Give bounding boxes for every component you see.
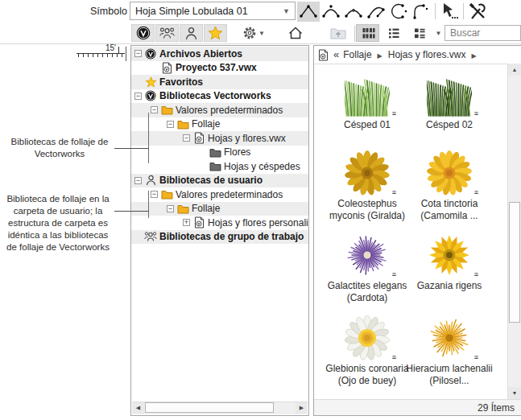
- horizontal-ruler: 15': [76, 45, 127, 61]
- resource-thumbnail[interactable]: ≡Galactites elegans (Cardota): [320, 236, 415, 303]
- folder-icon: [176, 203, 189, 215]
- tree-row[interactable]: −Archivos Abiertos: [131, 47, 308, 61]
- resource-thumbnail[interactable]: ≡Gazania rigens: [402, 236, 497, 292]
- annotation-vectorworks-libraries: Bibliotecas de follaje de Vectorworks: [5, 136, 114, 160]
- scroll-down-button[interactable]: ▼: [508, 387, 521, 399]
- tree-row[interactable]: −Valores predeterminados: [131, 187, 308, 202]
- star-icon: [208, 26, 223, 40]
- folder-icon: [160, 104, 173, 116]
- thumbnail-image: ≡: [427, 236, 472, 278]
- breadcrumb-item[interactable]: Follaje: [343, 49, 371, 60]
- folder-up-icon: [330, 27, 346, 39]
- expander-minus-icon[interactable]: −: [151, 191, 158, 198]
- home-button[interactable]: [283, 24, 307, 42]
- tree-row[interactable]: −Follaje: [131, 117, 308, 132]
- expander-minus-icon[interactable]: −: [183, 134, 190, 142]
- thumbnail-image: ≡: [345, 75, 390, 117]
- tree-row[interactable]: Favoritos: [131, 75, 308, 89]
- scrollbar-thumb[interactable]: [145, 402, 274, 413]
- thumbnail-image: ≡: [345, 154, 390, 196]
- preferences-cursor-icon[interactable]: [438, 2, 461, 22]
- vectorworks-libraries-button[interactable]: [131, 24, 155, 42]
- thumbnail-label: Hieracium lachenalii (Pilosel...: [402, 363, 497, 386]
- settings-button[interactable]: ▼: [238, 24, 269, 42]
- tree-row-label: Bibliotecas Vectorworks: [159, 90, 271, 101]
- grid-vertical-scrollbar[interactable]: ▲ ▼: [507, 64, 521, 399]
- tree-row[interactable]: Hojas y céspedes: [131, 159, 308, 174]
- list-view-icon: [387, 26, 401, 40]
- tree-row[interactable]: Flores: [131, 146, 308, 160]
- resource-thumbnail[interactable]: ≡Coleostephus myconis (Giralda): [320, 154, 415, 221]
- resource-thumbnail[interactable]: ≡Glebionis coronaria (Ojo de buey): [320, 319, 415, 386]
- tree-horizontal-scrollbar[interactable]: ◀ ▶: [132, 401, 308, 414]
- tree-row-label: Bibliotecas de grupo de trabajo: [159, 231, 304, 242]
- resource-thumbnail[interactable]: ≡Cota tinctoria (Camomila ...: [402, 154, 497, 221]
- tree-row[interactable]: Bibliotecas de grupo de trabajo: [131, 230, 308, 245]
- star-icon: [144, 76, 157, 88]
- expander-minus-icon[interactable]: −: [134, 177, 142, 184]
- expander-minus-icon[interactable]: −: [151, 106, 158, 113]
- tree-row[interactable]: −Bibliotecas de usuario: [131, 174, 308, 188]
- expander-plus-icon[interactable]: +: [183, 219, 190, 226]
- detail-view-button[interactable]: [407, 24, 431, 42]
- scroll-right-button[interactable]: ▶: [296, 402, 308, 414]
- tree-row[interactable]: −Valores predeterminados: [131, 103, 308, 117]
- expander-minus-icon[interactable]: −: [134, 50, 142, 57]
- favorites-button[interactable]: [204, 24, 227, 42]
- expander-minus-icon[interactable]: −: [167, 121, 174, 128]
- tree-row[interactable]: −Bibliotecas Vectorworks: [131, 89, 308, 104]
- breadcrumb-back-icon[interactable]: «: [333, 48, 339, 60]
- image-resource-badge-icon: ≡: [392, 189, 396, 196]
- scroll-left-button[interactable]: ◀: [132, 402, 144, 414]
- resource-browser-panel: « Follaje▶Hojas y flores.vwx▶ ≡Césped 01…: [313, 45, 521, 416]
- workgroup-icon: [159, 27, 175, 39]
- item-count: 29 Ítems: [478, 402, 515, 414]
- tool-settings-icon[interactable]: [466, 2, 489, 22]
- status-bar: 29 Ítems: [314, 399, 521, 415]
- tree-row-label: Hojas y flores.vwx: [208, 133, 286, 144]
- expander-minus-icon[interactable]: −: [167, 205, 174, 212]
- tree-row-label: Valores predeterminados: [176, 189, 283, 200]
- tree-guide-line: [148, 113, 149, 163]
- annotation-leader-line: [114, 148, 149, 149]
- tree-row[interactable]: Proyecto 537.vwx: [131, 61, 308, 76]
- fillet-radius-mode-icon[interactable]: [410, 2, 432, 22]
- user-libraries-button[interactable]: [180, 24, 203, 42]
- symbol-field-label: Símbolo: [90, 6, 127, 17]
- image-resource-badge-icon: ≡: [474, 189, 478, 196]
- resource-thumbnail[interactable]: ≡Césped 02: [402, 75, 497, 131]
- thumbnail-label: Cota tinctoria (Camomila ...: [402, 198, 497, 221]
- list-view-button[interactable]: [382, 24, 405, 42]
- symbol-select[interactable]: Hoja Simple Lobulada 01 ▼: [130, 2, 296, 20]
- tree-row[interactable]: −Follaje: [131, 202, 308, 216]
- tool-mode-bar: [297, 1, 489, 22]
- workgroup-libraries-button[interactable]: [155, 24, 179, 42]
- tree-row[interactable]: −Hojas y flores.vwx: [131, 131, 308, 146]
- expander-minus-icon[interactable]: −: [134, 93, 142, 100]
- breadcrumb-separator-icon: ▶: [378, 52, 382, 60]
- bezier-vertex-mode-icon[interactable]: [342, 2, 365, 22]
- point-on-arc-mode-icon[interactable]: [387, 2, 410, 22]
- search-input[interactable]: [445, 25, 521, 41]
- arc-vertex-mode-icon[interactable]: [320, 2, 342, 22]
- image-resource-badge-icon: ≡: [474, 354, 478, 360]
- tree-row-label: Bibliotecas de usuario: [159, 175, 263, 186]
- tree-row-label: Proyecto 537.vwx: [176, 62, 257, 73]
- folder-dark-icon: [209, 160, 221, 172]
- grid-view-button[interactable]: [356, 24, 379, 42]
- scroll-up-button[interactable]: ▲: [508, 64, 521, 76]
- corner-vertex-mode-icon[interactable]: [297, 2, 320, 22]
- tree-row[interactable]: +Hojas y flores personaliz: [131, 216, 308, 230]
- thumbnail-label: Césped 02: [402, 119, 497, 131]
- tangent-arc-mode-icon[interactable]: [365, 2, 387, 22]
- breadcrumb-separator-icon: ▶: [471, 52, 476, 60]
- view-options-dropdown[interactable]: ▼: [432, 24, 444, 42]
- image-resource-badge-icon: ≡: [392, 271, 396, 278]
- breadcrumb-item[interactable]: Hojas y flores.vwx: [388, 49, 466, 60]
- vectorworks-logo-icon: [136, 26, 151, 40]
- scrollbar-thumb[interactable]: [509, 202, 520, 323]
- folder-up-button[interactable]: [326, 24, 349, 42]
- resource-thumbnail[interactable]: ≡Césped 01: [320, 75, 415, 131]
- resource-thumbnail[interactable]: ≡Hieracium lachenalii (Pilosel...: [402, 319, 497, 386]
- user-icon: [144, 175, 157, 187]
